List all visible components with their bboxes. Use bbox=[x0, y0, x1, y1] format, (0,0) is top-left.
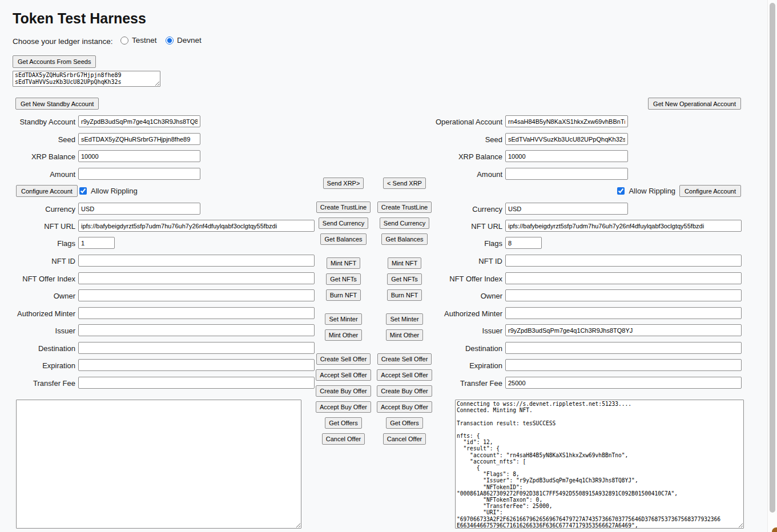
testnet-radio[interactable] bbox=[120, 37, 128, 45]
accept-sell-offer-standby-button[interactable]: Accept Sell Offer bbox=[316, 369, 371, 381]
operational-flags-input[interactable] bbox=[505, 237, 542, 249]
get-balances-button-row: Get Balances Get Balances bbox=[313, 233, 435, 245]
mint-other-operational-button[interactable]: Mint Other bbox=[386, 329, 423, 341]
standby-results-textarea[interactable] bbox=[16, 400, 301, 529]
cancel-offer-standby-button[interactable]: Cancel Offer bbox=[322, 433, 365, 445]
standby-transfer-fee-input[interactable] bbox=[78, 377, 315, 389]
standby-xrp-balance-input[interactable] bbox=[78, 150, 200, 162]
operational-nft-offer-index-input[interactable] bbox=[505, 272, 742, 284]
standby-destination-input[interactable] bbox=[78, 342, 315, 354]
operational-destination-input[interactable] bbox=[505, 342, 742, 354]
create-trustline-standby-button[interactable]: Create TrustLine bbox=[316, 201, 371, 213]
standby-allow-rippling-checkbox[interactable] bbox=[79, 187, 87, 195]
operational-account-label: Operational Account bbox=[436, 117, 502, 126]
operational-xrp-balance-input[interactable] bbox=[505, 150, 628, 162]
create-sell-offer-operational-button[interactable]: Create Sell Offer bbox=[377, 353, 432, 365]
get-nfts-operational-button[interactable]: Get NFTs bbox=[387, 273, 421, 285]
standby-currency-row: Currency bbox=[78, 203, 200, 215]
get-accounts-from-seeds-button[interactable]: Get Accounts From Seeds bbox=[13, 55, 96, 68]
operational-nft-offer-index-label: NFT Offer Index bbox=[449, 274, 502, 283]
standby-nft-url-input[interactable] bbox=[78, 220, 315, 232]
standby-seed-input[interactable] bbox=[78, 133, 200, 145]
mint-nft-operational-button[interactable]: Mint NFT bbox=[388, 257, 421, 269]
standby-authorized-minter-input[interactable] bbox=[78, 307, 315, 319]
get-balances-standby-button[interactable]: Get Balances bbox=[320, 233, 366, 245]
standby-authorized-minter-label: Authorized Minter bbox=[17, 309, 75, 317]
standby-expiration-input[interactable] bbox=[78, 359, 315, 371]
send-currency-standby-button[interactable]: Send Currency bbox=[319, 217, 368, 229]
send-xrp-standby-button[interactable]: Send XRP> bbox=[323, 178, 364, 189]
standby-currency-input[interactable] bbox=[78, 203, 200, 215]
operational-flags-label: Flags bbox=[484, 239, 502, 247]
radio-option-devnet[interactable]: Devnet bbox=[166, 36, 202, 45]
operational-expiration-input[interactable] bbox=[505, 359, 742, 371]
operational-account-row: Operational Account bbox=[505, 115, 628, 127]
operational-allow-rippling[interactable]: Allow Rippling bbox=[617, 185, 675, 197]
standby-issuer-input[interactable] bbox=[78, 324, 315, 336]
create-buy-offer-standby-button[interactable]: Create Buy Offer bbox=[316, 385, 371, 397]
operational-authorized-minter-row: Authorized Minter bbox=[505, 307, 742, 319]
page-scrollbar-thumb[interactable] bbox=[770, 3, 775, 513]
create-trustline-operational-button[interactable]: Create TrustLine bbox=[377, 201, 432, 213]
standby-amount-input[interactable] bbox=[78, 168, 200, 180]
operational-issuer-input[interactable] bbox=[505, 324, 742, 336]
operational-transfer-fee-input[interactable] bbox=[505, 377, 742, 389]
standby-allow-rippling-label: Allow Rippling bbox=[91, 187, 138, 195]
standby-nft-id-input[interactable] bbox=[78, 255, 315, 267]
standby-nft-offer-index-input[interactable] bbox=[78, 272, 315, 284]
operational-allow-rippling-checkbox[interactable] bbox=[617, 187, 625, 195]
operational-nft-url-input[interactable] bbox=[505, 220, 742, 232]
devnet-radio-label: Devnet bbox=[177, 36, 202, 45]
operational-nft-id-input[interactable] bbox=[505, 255, 742, 267]
radio-option-testnet[interactable]: Testnet bbox=[120, 36, 157, 45]
create-sell-offer-button-row: Create Sell Offer Create Sell Offer bbox=[313, 353, 435, 365]
operational-xrp-balance-label: XRP Balance bbox=[458, 152, 502, 160]
operational-configure-account-button[interactable]: Configure Account bbox=[679, 185, 741, 197]
operational-nft-url-label: NFT URL bbox=[471, 221, 502, 230]
ledger-instance-label: Choose your ledger instance: bbox=[13, 37, 113, 46]
standby-owner-row: Owner bbox=[78, 289, 315, 301]
operational-amount-input[interactable] bbox=[505, 168, 628, 180]
devnet-radio[interactable] bbox=[166, 37, 174, 45]
standby-authorized-minter-row: Authorized Minter bbox=[78, 307, 315, 319]
operational-expiration-row: Expiration bbox=[505, 359, 742, 371]
get-new-operational-account-button[interactable]: Get New Operational Account bbox=[648, 98, 741, 110]
set-minter-standby-button[interactable]: Set Minter bbox=[325, 313, 361, 325]
standby-account-input[interactable] bbox=[78, 115, 200, 127]
set-minter-operational-button[interactable]: Set Minter bbox=[386, 313, 422, 325]
get-new-standby-account-button[interactable]: Get New Standby Account bbox=[15, 98, 99, 110]
operational-currency-input[interactable] bbox=[505, 203, 628, 215]
accept-buy-offer-standby-button[interactable]: Accept Buy Offer bbox=[316, 401, 371, 413]
burn-nft-operational-button[interactable]: Burn NFT bbox=[387, 289, 422, 301]
standby-expiration-label: Expiration bbox=[42, 361, 75, 369]
send-xrp-operational-button[interactable]: < Send XRP bbox=[383, 178, 426, 189]
send-currency-operational-button[interactable]: Send Currency bbox=[380, 217, 429, 229]
operational-authorized-minter-input[interactable] bbox=[505, 307, 742, 319]
standby-flags-input[interactable] bbox=[78, 237, 115, 249]
standby-configure-account-button[interactable]: Configure Account bbox=[16, 185, 78, 197]
burn-nft-standby-button[interactable]: Burn NFT bbox=[326, 289, 361, 301]
get-offers-standby-button[interactable]: Get Offers bbox=[325, 417, 362, 429]
mint-other-standby-button[interactable]: Mint Other bbox=[325, 329, 362, 341]
get-nfts-standby-button[interactable]: Get NFTs bbox=[326, 273, 360, 285]
standby-nft-url-label: NFT URL bbox=[44, 221, 75, 230]
accept-sell-offer-operational-button[interactable]: Accept Sell Offer bbox=[377, 369, 432, 381]
standby-allow-rippling[interactable]: Allow Rippling bbox=[79, 185, 138, 197]
create-sell-offer-standby-button[interactable]: Create Sell Offer bbox=[316, 353, 371, 365]
standby-owner-input[interactable] bbox=[78, 289, 315, 301]
seeds-textarea[interactable]: sEdTDAX5yZQHuRSrbrG7Hjpjn8fhe89 sEdTVaHV… bbox=[13, 71, 160, 87]
cancel-offer-operational-button[interactable]: Cancel Offer bbox=[383, 433, 426, 445]
operational-account-input[interactable] bbox=[505, 115, 628, 127]
accept-buy-offer-button-row: Accept Buy Offer Accept Buy Offer bbox=[313, 401, 435, 413]
operational-configure-row: Allow Rippling Configure Account bbox=[617, 185, 741, 197]
operational-amount-row: Amount bbox=[505, 168, 628, 180]
standby-nft-id-row: NFT ID bbox=[78, 255, 315, 267]
get-offers-operational-button[interactable]: Get Offers bbox=[386, 417, 423, 429]
get-balances-operational-button[interactable]: Get Balances bbox=[381, 233, 427, 245]
accept-buy-offer-operational-button[interactable]: Accept Buy Offer bbox=[377, 401, 432, 413]
create-buy-offer-operational-button[interactable]: Create Buy Offer bbox=[377, 385, 432, 397]
mint-nft-standby-button[interactable]: Mint NFT bbox=[327, 257, 360, 269]
operational-results-textarea[interactable]: Connecting to wss://s.devnet.rippletest.… bbox=[455, 400, 744, 529]
operational-owner-input[interactable] bbox=[505, 289, 742, 301]
operational-seed-input[interactable] bbox=[505, 133, 628, 145]
